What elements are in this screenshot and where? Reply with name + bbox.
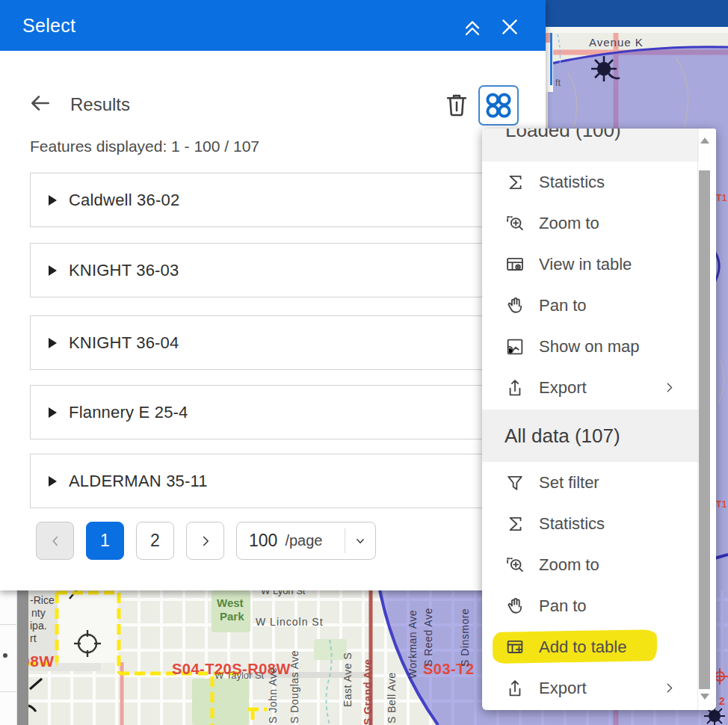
pagination-next-button[interactable] xyxy=(186,522,224,560)
back-arrow-icon xyxy=(28,91,52,115)
hand-icon xyxy=(505,295,525,316)
map-label-grand-ave: S Grand Ave xyxy=(362,634,374,725)
map-label-reed-ave: S Reed Ave xyxy=(422,598,434,667)
scrollbar-thumb[interactable] xyxy=(699,170,710,689)
map-label-dinsmore: S Dinsmore xyxy=(459,595,471,667)
feature-row-flannery-e-25-4[interactable]: Flannery E 25-4 xyxy=(30,385,487,439)
menu-section-all-data-header: All data (107) xyxy=(482,410,699,462)
menu-item-export-loaded[interactable]: Export xyxy=(482,367,699,408)
feature-label: Flannery E 25-4 xyxy=(69,403,188,422)
chevron-right-icon xyxy=(197,533,214,549)
scroll-down-arrow[interactable] xyxy=(700,694,709,700)
menu-item-statistics-all[interactable]: Statistics xyxy=(482,503,699,544)
hand-icon xyxy=(505,596,525,617)
double-chevron-up-icon xyxy=(460,15,484,39)
menu-item-pan-to-loaded[interactable]: Pan to xyxy=(482,285,699,326)
pagination-page-2[interactable]: 2 xyxy=(136,522,174,560)
submenu-chevron-icon xyxy=(661,380,677,395)
expand-caret-icon[interactable] xyxy=(49,195,57,206)
trash-icon xyxy=(442,89,471,120)
page-size-suffix: /page xyxy=(285,532,322,549)
menu-scrollbar[interactable] xyxy=(697,129,711,710)
feature-row-caldwell-36-02[interactable]: Caldwell 36-02 xyxy=(30,173,487,227)
map-label-douglas-ave: S Douglas Ave xyxy=(289,629,300,724)
select-panel-header: Select xyxy=(0,0,546,51)
expand-caret-icon[interactable] xyxy=(49,265,57,276)
expand-caret-icon[interactable] xyxy=(49,338,57,348)
results-heading: Results xyxy=(70,94,130,115)
map-label-frag-rt: rt xyxy=(30,632,37,644)
map-edge-blue-line xyxy=(550,28,552,85)
feature-row-knight-36-04[interactable]: KNIGHT 36-04 xyxy=(30,315,487,370)
loaded-header-label: Loaded (100) xyxy=(505,129,621,142)
map-label-john-ave: S John Ave xyxy=(267,652,279,724)
menu-item-export-all[interactable]: Export xyxy=(482,667,699,709)
actions-context-menu: Loaded (100) Statistics Zoom to View in … xyxy=(482,129,716,710)
expand-caret-icon[interactable] xyxy=(49,476,57,487)
legend-dot-2 xyxy=(3,653,7,658)
filter-icon xyxy=(505,472,525,493)
expand-caret-icon[interactable] xyxy=(49,407,57,418)
pagination-prev-button[interactable] xyxy=(36,522,74,560)
map-label-2: 2 xyxy=(719,695,725,707)
creek-line xyxy=(326,640,331,725)
menu-item-view-in-table[interactable]: View in table xyxy=(482,244,699,285)
sigma-icon xyxy=(505,172,525,193)
map-label-west: West xyxy=(217,596,244,609)
page-size-divider xyxy=(345,528,345,553)
map-label-bell-ave: S Bell Ave xyxy=(386,643,398,724)
map-label-frag-ipa: ipa. xyxy=(30,620,47,632)
map-icon xyxy=(505,336,525,357)
menu-item-add-to-table[interactable]: Add to table xyxy=(482,626,699,667)
menu-item-zoom-to-all[interactable]: Zoom to xyxy=(482,544,699,585)
page-size-value: 100 xyxy=(249,531,277,551)
map-label-t1-lower: T1 xyxy=(716,499,727,510)
menu-item-statistics-loaded[interactable]: Statistics xyxy=(482,161,699,203)
map-label-workman-ave: Workman Ave xyxy=(407,595,419,679)
select-panel: Select Results Features displayed: 1 - 1… xyxy=(0,0,546,590)
back-button[interactable] xyxy=(28,91,57,120)
table-eye-icon xyxy=(505,254,525,275)
page-size-select[interactable]: 100 /page xyxy=(236,522,376,560)
feature-row-alderman-35-11[interactable]: ALDERMAN 35-11 xyxy=(30,454,487,508)
app-top-bar-band xyxy=(546,27,728,33)
table-plus-icon xyxy=(505,637,525,658)
map-mark-2 xyxy=(28,706,36,712)
crosshair-symbol xyxy=(74,630,101,657)
features-displayed-text: Features displayed: 1 - 100 / 107 xyxy=(30,138,259,155)
collapse-panel-button[interactable] xyxy=(459,13,486,40)
feature-row-knight-36-03[interactable]: KNIGHT 36-03 xyxy=(30,243,487,297)
strip-divider-2 xyxy=(0,691,16,692)
scroll-up-arrow[interactable] xyxy=(700,138,709,144)
results-header-row: Results xyxy=(0,84,546,127)
close-icon xyxy=(498,15,522,39)
all-data-header-label: All data (107) xyxy=(505,425,620,448)
map-label-frag-nty: nty xyxy=(31,607,46,619)
menu-section-loaded-header: Loaded (100) xyxy=(482,129,699,161)
zoom-to-icon xyxy=(505,555,525,576)
map-label-t1-upper: T1 xyxy=(716,193,727,203)
map-label-park: Park xyxy=(220,610,244,623)
clear-results-button[interactable] xyxy=(442,89,474,123)
zoom-to-icon xyxy=(505,213,525,234)
submenu-chevron-icon xyxy=(661,680,677,696)
map-label-east-ave: East Ave S xyxy=(342,635,354,707)
app-top-bar xyxy=(546,0,728,27)
menu-item-set-filter[interactable]: Set filter xyxy=(482,462,699,503)
grid-circles-icon xyxy=(480,87,517,124)
strip-divider-1 xyxy=(0,624,16,625)
menu-item-show-on-map[interactable]: Show on map xyxy=(482,326,699,367)
panel-title: Select xyxy=(22,15,75,37)
map-label-w-lincoln: W Lincoln St xyxy=(256,616,324,628)
pagination-page-1[interactable]: 1 xyxy=(86,522,124,560)
map-label-frag-rice: -Rice xyxy=(30,594,55,606)
panel-splitter[interactable] xyxy=(17,590,28,725)
feature-label: ALDERMAN 35-11 xyxy=(69,472,208,491)
menu-item-pan-to-all[interactable]: Pan to xyxy=(482,585,699,626)
close-panel-button[interactable] xyxy=(496,13,523,40)
menu-item-zoom-to-loaded[interactable]: Zoom to xyxy=(482,203,699,244)
actions-menu-button[interactable] xyxy=(478,85,519,126)
map-label-avenue-k: Avenue K xyxy=(589,36,644,49)
caret-down-icon xyxy=(352,533,368,549)
feature-label: KNIGHT 36-04 xyxy=(69,333,179,353)
